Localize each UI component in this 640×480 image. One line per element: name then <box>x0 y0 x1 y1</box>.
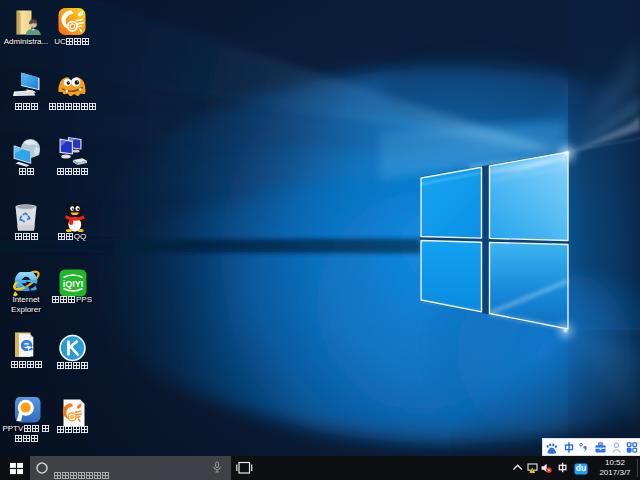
svg-text:du: du <box>576 463 586 473</box>
svg-text:iQIYI: iQIYI <box>63 279 84 289</box>
